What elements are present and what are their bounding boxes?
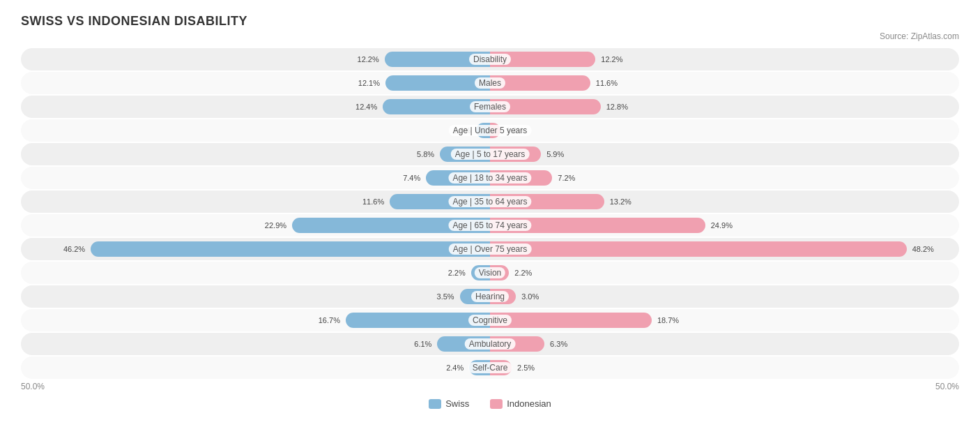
- row-label: Age | Over 75 years: [449, 244, 532, 255]
- footer-values: 50.0% 50.0%: [21, 382, 959, 391]
- indonesian-value: 11.6%: [596, 79, 618, 87]
- bar-container: 16.7%18.7%Cognitive: [21, 310, 959, 330]
- chart-title: SWISS VS INDONESIAN DISABILITY: [21, 14, 959, 29]
- legend-swiss: Swiss: [429, 398, 469, 409]
- indonesian-value: 12.2%: [601, 55, 622, 63]
- indonesian-value: 12.8%: [606, 103, 628, 111]
- bar-container: 12.4%12.8%Females: [21, 97, 959, 117]
- swiss-value: 3.5%: [437, 292, 454, 301]
- swiss-value: 16.7%: [319, 316, 340, 324]
- legend-swiss-box: [429, 399, 441, 409]
- bar-container: 46.2%48.2%Age | Over 75 years: [21, 239, 959, 259]
- swiss-value: 46.2%: [63, 245, 85, 253]
- row-label: Disability: [469, 54, 511, 65]
- swiss-value: 2.4%: [446, 364, 464, 372]
- bar-container: 22.9%24.9%Age | 65 to 74 years: [21, 216, 959, 235]
- row-label: Vision: [475, 267, 505, 278]
- bar-container: 5.8%5.9%Age | 5 to 17 years: [21, 144, 959, 164]
- row-label: Age | 18 to 34 years: [448, 172, 531, 183]
- row-label: Females: [470, 101, 510, 112]
- legend-swiss-label: Swiss: [445, 398, 469, 409]
- bar-container: 6.1%6.3%Ambulatory: [21, 334, 959, 354]
- indonesian-value: 7.2%: [558, 174, 575, 182]
- bar-row: 3.5%3.0%Hearing: [21, 285, 959, 308]
- indonesian-bar: [490, 313, 652, 328]
- legend: Swiss Indonesian: [21, 398, 959, 409]
- bar-row: 22.9%24.9%Age | 65 to 74 years: [21, 214, 959, 237]
- swiss-value: 7.4%: [403, 174, 420, 182]
- row-label: Males: [475, 77, 505, 89]
- chart-area: 12.2%12.2%Disability12.1%11.6%Males12.4%…: [21, 48, 959, 379]
- row-label: Cognitive: [468, 315, 512, 326]
- bar-row: 2.4%2.5%Self-Care: [21, 357, 959, 379]
- swiss-bar: [91, 241, 490, 257]
- indonesian-value: 24.9%: [711, 221, 733, 230]
- indonesian-value: 6.3%: [550, 340, 567, 348]
- footer-left: 50.0%: [21, 382, 45, 391]
- bar-row: 1.6%1.2%Age | Under 5 years: [21, 119, 959, 142]
- source-label: Source: ZipAtlas.com: [21, 31, 959, 41]
- bar-container: 7.4%7.2%Age | 18 to 34 years: [21, 168, 959, 188]
- swiss-value: 11.6%: [362, 197, 384, 206]
- indonesian-value: 2.2%: [514, 269, 532, 277]
- swiss-value: 12.4%: [355, 103, 377, 111]
- bar-container: 12.2%12.2%Disability: [21, 50, 959, 69]
- row-label: Self-Care: [468, 362, 512, 373]
- bar-row: 7.4%7.2%Age | 18 to 34 years: [21, 167, 959, 189]
- bar-container: 2.2%2.2%Vision: [21, 263, 959, 283]
- bar-row: 12.2%12.2%Disability: [21, 48, 959, 70]
- bar-container: 11.6%13.2%Age | 35 to 64 years: [21, 192, 959, 211]
- row-label: Age | 35 to 64 years: [448, 196, 531, 207]
- bar-container: 3.5%3.0%Hearing: [21, 287, 959, 306]
- indonesian-bar: [490, 241, 907, 257]
- indonesian-value: 18.7%: [657, 316, 679, 324]
- swiss-value: 12.1%: [358, 79, 380, 87]
- bar-container: 1.6%1.2%Age | Under 5 years: [21, 121, 959, 140]
- swiss-value: 6.1%: [414, 340, 431, 348]
- bar-row: 16.7%18.7%Cognitive: [21, 309, 959, 331]
- swiss-value: 2.2%: [448, 269, 466, 277]
- bar-container: 2.4%2.5%Self-Care: [21, 358, 959, 377]
- row-label: Age | 65 to 74 years: [448, 220, 531, 231]
- indonesian-value: 3.0%: [521, 292, 539, 301]
- swiss-value: 5.8%: [417, 150, 434, 158]
- bar-row: 2.2%2.2%Vision: [21, 262, 959, 284]
- row-label: Hearing: [471, 291, 509, 302]
- indonesian-value: 48.2%: [912, 245, 934, 253]
- swiss-value: 12.2%: [358, 55, 379, 63]
- row-label: Age | 5 to 17 years: [451, 149, 530, 160]
- legend-indonesian-label: Indonesian: [507, 398, 551, 409]
- bar-row: 5.8%5.9%Age | 5 to 17 years: [21, 143, 959, 165]
- bar-row: 12.4%12.8%Females: [21, 96, 959, 118]
- indonesian-value: 13.2%: [610, 197, 631, 206]
- legend-indonesian-box: [490, 399, 503, 409]
- footer-right: 50.0%: [935, 382, 959, 391]
- bar-container: 12.1%11.6%Males: [21, 73, 959, 93]
- bar-row: 11.6%13.2%Age | 35 to 64 years: [21, 190, 959, 213]
- bar-row: 46.2%48.2%Age | Over 75 years: [21, 238, 959, 260]
- row-label: Age | Under 5 years: [449, 125, 532, 136]
- indonesian-value: 2.5%: [517, 364, 535, 372]
- bar-row: 12.1%11.6%Males: [21, 72, 959, 94]
- row-label: Ambulatory: [465, 338, 516, 350]
- bar-row: 6.1%6.3%Ambulatory: [21, 333, 959, 355]
- indonesian-value: 5.9%: [546, 150, 564, 158]
- swiss-value: 22.9%: [265, 221, 286, 230]
- legend-indonesian: Indonesian: [490, 398, 551, 409]
